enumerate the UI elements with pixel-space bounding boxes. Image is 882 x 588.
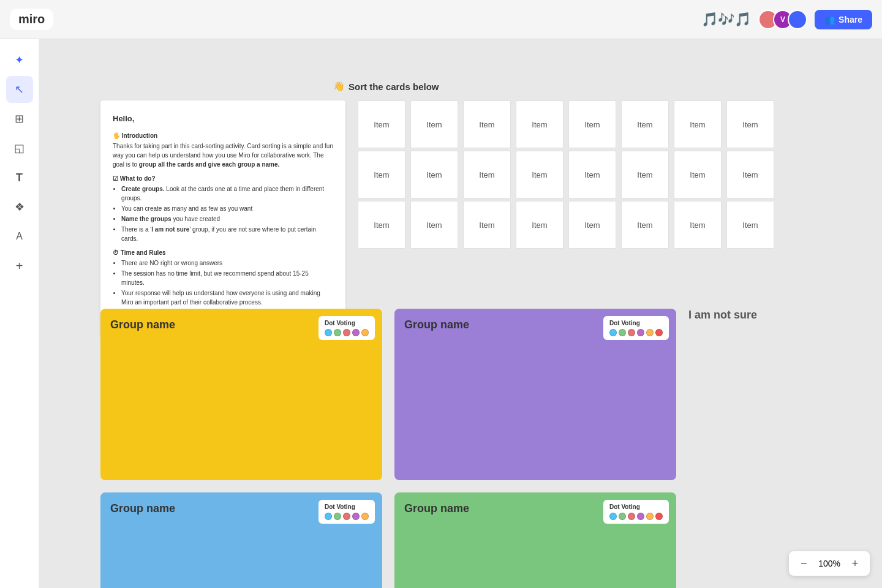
item-card-23[interactable]: Item xyxy=(726,201,774,249)
zoom-controls: − 100% + xyxy=(789,551,870,576)
dot-voting-blue: Dot Voting xyxy=(318,500,375,524)
dot xyxy=(352,329,360,336)
item-card-13[interactable]: Item xyxy=(621,151,669,198)
avatar-3[interactable] xyxy=(788,10,807,29)
item-card-9[interactable]: Item xyxy=(410,151,458,198)
dot xyxy=(361,329,369,336)
dot-voting-title-green: Dot Voting xyxy=(609,503,663,510)
item-card-11[interactable]: Item xyxy=(516,151,564,198)
dot xyxy=(637,513,644,520)
cursor-icon: ↖ xyxy=(15,83,24,96)
sidebar-item-sticky[interactable]: ◱ xyxy=(6,135,33,162)
dot-voting-green: Dot Voting xyxy=(603,500,669,524)
dot xyxy=(628,513,635,520)
sort-heading: 👋 Sort the cards below xyxy=(333,81,439,92)
sidebar-item-ai[interactable]: ✦ xyxy=(6,47,33,74)
item-card-12[interactable]: Item xyxy=(568,151,616,198)
dot-voting-title-blue: Dot Voting xyxy=(325,503,369,510)
item-card-3[interactable]: Item xyxy=(516,100,564,148)
dot xyxy=(619,329,626,336)
item-card-20[interactable]: Item xyxy=(568,201,616,249)
sidebar: ✦ ↖ ⊞ ◱ T ❖ A + xyxy=(0,39,39,588)
canvas-inner: 👋 Sort the cards below Hello, 🖐️ Introdu… xyxy=(39,39,882,588)
dot xyxy=(609,513,617,520)
group-card-purple: Group nameDot Voting xyxy=(394,309,676,480)
item-card-15[interactable]: Item xyxy=(726,151,774,198)
add-icon: + xyxy=(16,259,23,273)
item-card-10[interactable]: Item xyxy=(463,151,511,198)
not-sure-section: I am not sure xyxy=(688,309,757,322)
item-card-1[interactable]: Item xyxy=(410,100,458,148)
item-card-0[interactable]: Item xyxy=(358,100,405,148)
header-icons: 🎵🎶🎵 xyxy=(701,12,751,28)
item-card-4[interactable]: Item xyxy=(568,100,616,148)
text-icon: T xyxy=(16,172,23,184)
dot xyxy=(609,329,617,336)
dot xyxy=(343,513,350,520)
item-card-8[interactable]: Item xyxy=(358,151,405,198)
dot xyxy=(655,513,663,520)
zoom-level: 100% xyxy=(818,559,840,568)
item-card-21[interactable]: Item xyxy=(621,201,669,249)
dot xyxy=(655,329,663,336)
what-title: ☑ What to do? xyxy=(113,174,333,183)
item-card-19[interactable]: Item xyxy=(516,201,564,249)
share-button[interactable]: 👥 Share xyxy=(815,10,872,29)
sidebar-item-font[interactable]: A xyxy=(6,223,33,250)
rules-title: ⏱ Time and Rules xyxy=(113,248,333,257)
item-card-2[interactable]: Item xyxy=(463,100,511,148)
dot xyxy=(343,329,350,336)
sidebar-item-shapes[interactable]: ❖ xyxy=(6,194,33,221)
item-card-22[interactable]: Item xyxy=(674,201,722,249)
group-card-yellow: Group nameDot Voting xyxy=(100,309,382,480)
items-area: ItemItemItemItemItemItemItemItemItemItem… xyxy=(358,100,777,249)
zoom-out-button[interactable]: − xyxy=(796,556,811,571)
sparkle-icon: ✦ xyxy=(15,53,24,67)
wave-emoji: 👋 xyxy=(333,81,345,92)
item-card-16[interactable]: Item xyxy=(358,201,405,249)
item-card-17[interactable]: Item xyxy=(410,201,458,249)
item-card-18[interactable]: Item xyxy=(463,201,511,249)
sidebar-item-text[interactable]: T xyxy=(6,164,33,191)
dot-voting-yellow: Dot Voting xyxy=(318,316,375,340)
item-card-6[interactable]: Item xyxy=(674,100,722,148)
dot-voting-purple: Dot Voting xyxy=(603,316,669,340)
dot-voting-title-purple: Dot Voting xyxy=(609,320,663,326)
table-icon: ⊞ xyxy=(15,112,24,126)
share-label: Share xyxy=(839,15,862,24)
rules-list: There are NO right or wrong answers The … xyxy=(113,258,333,307)
item-card-5[interactable]: Item xyxy=(621,100,669,148)
dot xyxy=(646,329,654,336)
intro-text: Thanks for taking part in this card-sort… xyxy=(113,141,333,169)
group-card-blue: Group nameDot Voting xyxy=(100,492,382,588)
sidebar-item-table[interactable]: ⊞ xyxy=(6,105,33,132)
intro-title: 🖐️ Introduction xyxy=(113,131,333,140)
dot xyxy=(325,329,332,336)
instruction-card: Hello, 🖐️ Introduction Thanks for taking… xyxy=(100,100,345,336)
music-icon: 🎵🎶🎵 xyxy=(701,12,751,28)
canvas: 👋 Sort the cards below Hello, 🖐️ Introdu… xyxy=(39,39,882,588)
dot xyxy=(619,513,626,520)
dots-row-green xyxy=(609,513,663,520)
share-icon: 👥 xyxy=(824,15,835,24)
avatars-group: V xyxy=(758,10,807,29)
sidebar-item-add[interactable]: + xyxy=(6,252,33,279)
sidebar-item-select[interactable]: ↖ xyxy=(6,76,33,103)
dots-row-purple xyxy=(609,329,663,336)
shapes-icon: ❖ xyxy=(15,200,24,214)
dot xyxy=(628,329,635,336)
item-card-14[interactable]: Item xyxy=(674,151,722,198)
sort-heading-text: Sort the cards below xyxy=(349,81,439,92)
dot xyxy=(334,329,341,336)
dots-row-yellow xyxy=(325,329,369,336)
not-sure-label: I am not sure xyxy=(688,309,757,321)
dots-row-blue xyxy=(325,513,369,520)
header-right: 🎵🎶🎵 V 👥 Share xyxy=(701,10,872,29)
dot xyxy=(637,329,644,336)
logo[interactable]: miro xyxy=(10,9,53,30)
zoom-in-button[interactable]: + xyxy=(848,556,862,571)
dot xyxy=(352,513,360,520)
dot xyxy=(325,513,332,520)
item-card-7[interactable]: Item xyxy=(726,100,774,148)
header: miro 🎵🎶🎵 V 👥 Share xyxy=(0,0,882,39)
